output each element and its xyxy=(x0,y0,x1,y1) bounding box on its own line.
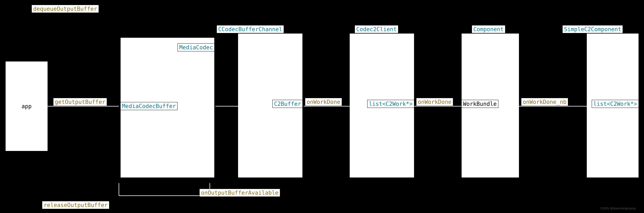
label-getOutputBuffer: getOutputBuffer xyxy=(53,98,107,106)
box-WorkBundle: WorkBundle xyxy=(461,100,498,108)
box-simplec2-container: list<C2Work*> xyxy=(587,33,638,178)
box-SimpleC2Component: SimpleC2Component xyxy=(562,25,623,33)
box-ccodec-container: C2Buffer xyxy=(238,33,302,178)
box-CCodecBufferChannel: CCodecBufferChannel xyxy=(216,25,284,33)
box-app: app xyxy=(6,61,48,151)
text-app: app xyxy=(6,103,48,109)
label-dequeueOutputBuffer: dequeueOutputBuffer xyxy=(32,5,99,13)
label-onOutputBufferAvailable: onOutputBufferAvailable xyxy=(199,189,280,197)
box-listC2Work1: list<C2Work*> xyxy=(367,100,414,108)
connector-lines xyxy=(0,0,644,213)
label-onWorkDone_nb: onWorkDone_nb xyxy=(521,98,568,106)
box-Component: Component xyxy=(472,25,506,33)
label-releaseOutputBuffer: releaseOutputBuffer xyxy=(42,201,110,209)
box-codec2client-container: list<C2Work*> xyxy=(350,33,414,178)
box-component-container: WorkBundle xyxy=(462,33,519,178)
watermark: CSDN @dawnminghuang xyxy=(600,207,636,210)
label-onWorkDone1: onWorkDone xyxy=(305,98,342,106)
label-onWorkDone2: onWorkDone xyxy=(416,98,453,106)
box-Codec2Client: Codec2Client xyxy=(354,25,398,33)
box-MediaCodecBuffer: MediaCodecBuffer xyxy=(120,102,178,110)
box-C2Buffer: C2Buffer xyxy=(272,100,303,108)
box-MediaCodec: MediaCodec xyxy=(178,43,214,51)
box-listC2Work2: list<C2Work*> xyxy=(592,100,639,108)
box-mediacodec-container: MediaCodec MediaCodecBuffer xyxy=(120,38,214,178)
